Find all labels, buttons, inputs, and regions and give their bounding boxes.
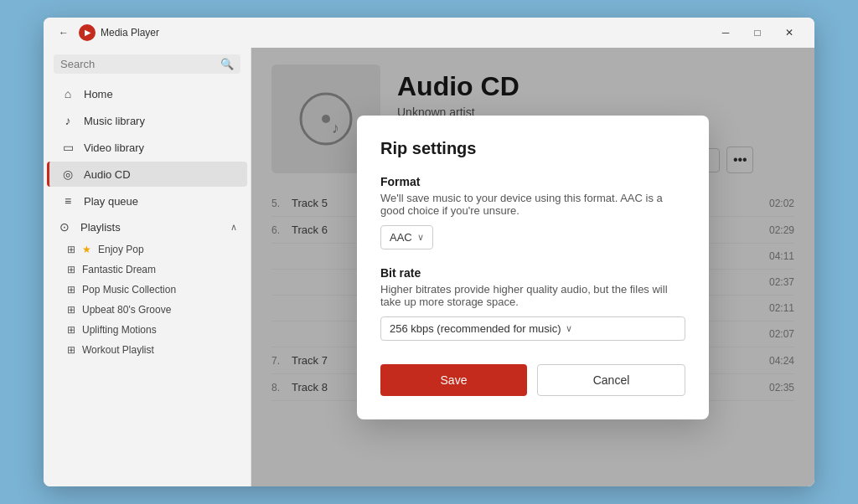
sidebar-item-label: Music library: [84, 115, 145, 127]
search-icon: 🔍: [220, 58, 234, 70]
bitrate-label: Bit rate: [380, 266, 685, 280]
modal-actions: Save Cancel: [380, 364, 685, 396]
playlist-item-fantastic-dream[interactable]: ⊞ Fantastic Dream: [44, 260, 251, 280]
format-label: Format: [380, 175, 685, 188]
sidebar-item-video-library[interactable]: ▭ Video library: [47, 135, 247, 160]
chevron-down-icon: ∨: [417, 232, 424, 243]
playlist-item-enjoy-pop[interactable]: ⊞ ★ Enjoy Pop: [44, 239, 251, 260]
chevron-down-icon: ∨: [566, 323, 572, 334]
save-button[interactable]: Save: [380, 364, 527, 396]
playlist-icon: ⊞: [67, 344, 75, 356]
main-panel: ♪ Audio CD Unknown artist 10 tracks • 29…: [251, 48, 814, 486]
bitrate-value: 256 kbps (recommended for music): [390, 322, 561, 335]
maximize-button[interactable]: □: [742, 20, 773, 45]
bitrate-select[interactable]: 256 kbps (recommended for music) ∨: [380, 316, 685, 341]
app-title: Media Player: [101, 27, 711, 39]
sidebar: 🔍 ⌂ Home ♪ Music library ▭ Video library…: [44, 48, 251, 486]
playlist-label: Workout Playlist: [82, 344, 154, 356]
playlist-label: Pop Music Collection: [82, 284, 176, 296]
app-logo: ▶: [79, 24, 96, 41]
playlist-label: Upbeat 80's Groove: [82, 304, 171, 316]
format-value: AAC: [390, 231, 412, 244]
sidebar-item-music-library[interactable]: ♪ Music library: [47, 108, 247, 133]
video-icon: ▭: [60, 141, 75, 154]
close-button[interactable]: ✕: [774, 20, 804, 45]
app-window: ← ▶ Media Player ─ □ ✕ 🔍 ⌂ Home: [44, 18, 814, 486]
playlist-label: Enjoy Pop: [98, 244, 144, 255]
playlist-label: Uplifting Motions: [82, 324, 157, 336]
home-icon: ⌂: [60, 87, 75, 100]
playlist-item-upbeat-80s[interactable]: ⊞ Upbeat 80's Groove: [44, 300, 251, 320]
main-content: 🔍 ⌂ Home ♪ Music library ▭ Video library…: [44, 48, 814, 486]
playlist-item-uplifting-motions[interactable]: ⊞ Uplifting Motions: [44, 320, 251, 340]
format-description: We'll save music to your device using th…: [380, 192, 685, 217]
playlist-label: Fantastic Dream: [82, 264, 156, 275]
rip-settings-modal: Rip settings Format We'll save music to …: [357, 116, 709, 419]
window-controls: ─ □ ✕: [711, 20, 804, 45]
chevron-up-icon: ∧: [230, 222, 237, 233]
playlists-section-label: Playlists: [80, 221, 121, 234]
playlist-item-pop-music-collection[interactable]: ⊞ Pop Music Collection: [44, 280, 251, 300]
playlist-icon: ⊞: [67, 284, 75, 296]
playlists-icon: ⊙: [57, 220, 72, 234]
playlist-icon: ⊞: [67, 324, 75, 336]
sidebar-item-play-queue[interactable]: ≡ Play queue: [47, 188, 247, 213]
cancel-button[interactable]: Cancel: [537, 364, 685, 396]
queue-icon: ≡: [60, 194, 75, 208]
sidebar-item-label: Audio CD: [84, 168, 131, 181]
cd-icon: ◎: [60, 167, 75, 181]
sidebar-item-label: Video library: [84, 141, 144, 154]
music-icon: ♪: [60, 114, 75, 127]
playlist-icon: ⊞: [67, 304, 75, 316]
sidebar-item-audio-cd[interactable]: ◎ Audio CD: [47, 162, 247, 187]
modal-overlay: Rip settings Format We'll save music to …: [251, 48, 814, 486]
format-select[interactable]: AAC ∨: [380, 225, 433, 249]
sidebar-item-home[interactable]: ⌂ Home: [47, 81, 247, 106]
search-bar[interactable]: 🔍: [54, 54, 240, 74]
playlist-item-workout-playlist[interactable]: ⊞ Workout Playlist: [44, 340, 251, 360]
playlist-icon: ⊞: [67, 244, 75, 255]
star-icon: ★: [82, 244, 91, 255]
minimize-button[interactable]: ─: [711, 20, 741, 45]
bitrate-description: Higher bitrates provide higher quality a…: [380, 283, 685, 308]
modal-title: Rip settings: [380, 139, 685, 158]
sidebar-item-label: Play queue: [84, 195, 138, 208]
search-input[interactable]: [60, 58, 215, 70]
playlists-section-header[interactable]: ⊙ Playlists ∧: [44, 214, 251, 239]
back-button[interactable]: ←: [54, 23, 74, 43]
sidebar-item-label: Home: [84, 88, 113, 100]
titlebar: ← ▶ Media Player ─ □ ✕: [44, 18, 814, 48]
playlist-icon: ⊞: [67, 264, 75, 275]
